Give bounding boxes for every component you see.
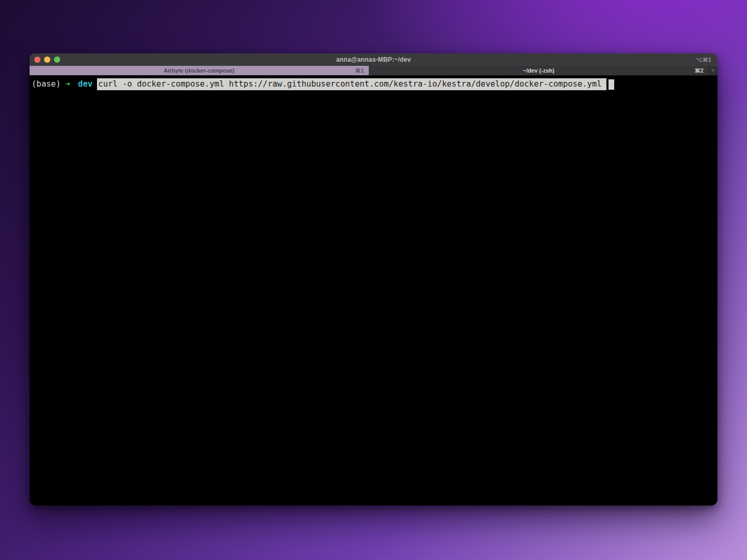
close-button[interactable] (34, 57, 40, 63)
minimize-button[interactable] (44, 57, 50, 63)
command-text-selected: curl -o docker-compose.yml https://raw.g… (97, 78, 606, 90)
tab-dev-zsh[interactable]: ~/dev (-zsh) ⌘2 (369, 66, 709, 75)
window-title: anna@annas-MBP:~/dev (30, 56, 717, 63)
tab-shortcut-hint: ⌘1 (355, 67, 364, 74)
tab-airbyte-docker-compose[interactable]: Airbyte (docker-compose) ⌘1 (30, 66, 369, 75)
tab-shortcut-hint: ⌘2 (695, 67, 703, 74)
tab-label: Airbyte (docker-compose) (164, 67, 234, 74)
tab-label: ~/dev (-zsh) (523, 67, 555, 74)
tab-bar: Airbyte (docker-compose) ⌘1 ~/dev (-zsh)… (30, 66, 717, 76)
prompt-line: (base) ➜ dev curl -o docker-compose.yml … (32, 78, 714, 90)
zoom-button[interactable] (54, 57, 60, 63)
prompt-directory: dev (78, 79, 92, 90)
terminal-window: anna@annas-MBP:~/dev ⌥⌘1 Airbyte (docker… (30, 53, 717, 506)
desktop-background: anna@annas-MBP:~/dev ⌥⌘1 Airbyte (docker… (0, 0, 747, 560)
prompt-env: (base) (32, 79, 61, 90)
new-tab-button[interactable]: + (708, 66, 717, 75)
window-titlebar[interactable]: anna@annas-MBP:~/dev ⌥⌘1 (30, 53, 717, 66)
window-shortcut-hint: ⌥⌘1 (696, 57, 711, 63)
terminal-cursor (608, 79, 614, 90)
terminal-screen[interactable]: (base) ➜ dev curl -o docker-compose.yml … (30, 76, 717, 506)
prompt-arrow-icon: ➜ (65, 79, 70, 90)
traffic-lights (30, 57, 60, 63)
